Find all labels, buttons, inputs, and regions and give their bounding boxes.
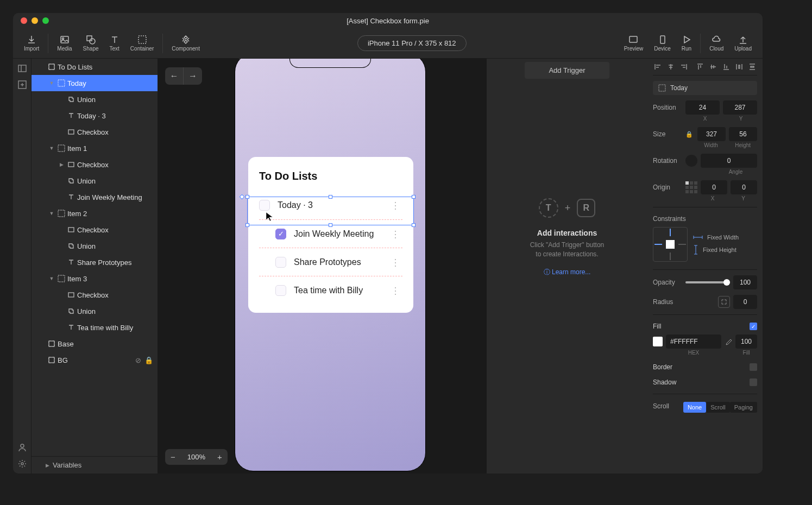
device-selector[interactable]: iPhone 11 Pro / X 375 x 812 — [357, 35, 467, 51]
import-button[interactable]: Import — [18, 33, 45, 54]
chevron-icon[interactable]: ▼ — [48, 211, 55, 216]
device-button[interactable]: Device — [649, 33, 676, 54]
shape-button[interactable]: Shape — [78, 33, 104, 54]
shadow-toggle[interactable] — [750, 378, 757, 386]
opacity-slider[interactable] — [685, 281, 730, 283]
rotation-dial[interactable] — [685, 155, 697, 167]
lock-icon[interactable]: 🔒 — [685, 131, 694, 138]
chevron-icon[interactable]: ▼ — [48, 80, 55, 86]
border-toggle[interactable] — [750, 363, 757, 371]
add-trigger-button[interactable]: Add Trigger — [525, 62, 609, 79]
align-left-icon[interactable] — [654, 63, 662, 71]
align-center-h-icon[interactable] — [667, 63, 675, 71]
upload-button[interactable]: Upload — [729, 33, 757, 54]
cloud-button[interactable]: Cloud — [704, 33, 729, 54]
component-button[interactable]: Component — [166, 33, 205, 54]
zoom-in[interactable]: + — [212, 449, 228, 465]
preview-button[interactable]: Preview — [619, 33, 649, 54]
window-minimize[interactable] — [32, 17, 38, 24]
align-top-icon[interactable] — [696, 63, 704, 71]
layer-row[interactable]: Today · 3 — [32, 108, 158, 124]
align-bottom-icon[interactable] — [722, 63, 730, 71]
scroll-paging[interactable]: Paging — [730, 402, 757, 413]
nav-forward[interactable]: → — [184, 67, 202, 85]
opacity-input[interactable] — [733, 275, 757, 289]
variables-section[interactable]: ▶ Variables — [32, 456, 158, 474]
distribute-v-icon[interactable] — [748, 63, 756, 71]
rotation-input[interactable] — [701, 154, 757, 168]
panels-icon[interactable] — [18, 64, 27, 73]
align-center-v-icon[interactable] — [709, 63, 717, 71]
scroll-none[interactable]: None — [683, 402, 706, 413]
fill-swatch[interactable] — [653, 337, 663, 346]
checkbox[interactable] — [275, 285, 286, 296]
chevron-icon[interactable]: ▶ — [58, 162, 65, 167]
layer-row[interactable]: ▶Checkbox — [32, 156, 158, 173]
layer-row[interactable]: ▼Today — [32, 75, 158, 91]
layer-row[interactable]: Share Prototypes — [32, 254, 158, 270]
more-icon[interactable]: ⋯ — [390, 230, 402, 238]
layer-row[interactable]: Tea time with Billy — [32, 319, 158, 336]
align-right-icon[interactable] — [680, 63, 688, 71]
radius-mode[interactable] — [718, 296, 730, 308]
container-button[interactable]: Container — [125, 33, 159, 54]
layer-row[interactable]: Checkbox — [32, 287, 158, 303]
learn-more-link[interactable]: Learn more... — [544, 268, 591, 277]
width-input[interactable] — [697, 127, 726, 141]
layer-row[interactable]: Union — [32, 238, 158, 254]
position-y-input[interactable] — [723, 100, 757, 115]
window-close[interactable] — [21, 17, 27, 24]
layer-row[interactable]: Checkbox — [32, 222, 158, 238]
origin-x-input[interactable] — [701, 180, 727, 194]
layer-row[interactable]: ▼Item 3 — [32, 270, 158, 287]
layer-label: Item 2 — [67, 210, 158, 218]
layer-row[interactable]: Union — [32, 173, 158, 189]
layer-row[interactable]: Join Weekly Meeting — [32, 189, 158, 205]
layer-row[interactable]: BG⊘🔒 — [32, 352, 158, 368]
selection-name[interactable]: Today — [653, 81, 757, 95]
distribute-h-icon[interactable] — [735, 63, 743, 71]
lock-icon[interactable]: 🔒 — [144, 356, 153, 364]
chevron-icon[interactable]: ▼ — [48, 276, 55, 281]
layer-label: Union — [77, 307, 158, 315]
window-maximize[interactable] — [42, 17, 49, 24]
add-icon[interactable] — [18, 80, 27, 89]
layer-row[interactable]: Checkbox — [32, 124, 158, 140]
checkbox[interactable]: ✓ — [275, 229, 286, 239]
more-icon[interactable]: ⋯ — [390, 258, 402, 267]
hidden-icon[interactable]: ⊘ — [135, 356, 141, 364]
fill-alpha-input[interactable] — [735, 334, 757, 349]
more-icon[interactable]: ⋯ — [390, 286, 402, 295]
chevron-icon[interactable]: ▼ — [48, 146, 55, 151]
fixed-height-toggle[interactable]: Fixed Height — [693, 245, 739, 255]
media-button[interactable]: Media — [52, 33, 77, 54]
fill-toggle[interactable]: ✓ — [750, 323, 757, 330]
eyedropper-icon[interactable] — [725, 338, 732, 345]
origin-picker[interactable] — [685, 181, 697, 193]
checkbox[interactable] — [275, 257, 286, 268]
origin-y-input[interactable] — [731, 180, 757, 194]
svg-rect-17 — [68, 228, 74, 232]
constraints-picker[interactable] — [653, 227, 688, 262]
layer-row[interactable]: ▼Item 1 — [32, 140, 158, 156]
svg-rect-7 — [18, 65, 26, 72]
radius-input[interactable] — [733, 295, 757, 309]
run-button[interactable]: Run — [676, 33, 697, 54]
scroll-scroll[interactable]: Scroll — [706, 402, 730, 413]
zoom-out[interactable]: − — [165, 449, 181, 465]
layer-row[interactable]: Union — [32, 91, 158, 108]
layer-row[interactable]: Union — [32, 303, 158, 319]
height-input[interactable] — [729, 127, 757, 141]
nav-back[interactable]: ← — [165, 67, 184, 85]
layer-type-icon — [65, 324, 77, 331]
layer-row[interactable]: To Do Lists — [32, 59, 158, 75]
layer-row[interactable]: Base — [32, 336, 158, 352]
settings-icon[interactable] — [18, 459, 27, 468]
text-button[interactable]: Text — [104, 33, 125, 54]
layer-row[interactable]: ▼Item 2 — [32, 205, 158, 222]
fill-hex-input[interactable] — [666, 334, 721, 349]
canvas[interactable]: ← → Checkbox form To Do Lists Today · 3⋯… — [158, 59, 487, 474]
fixed-width-toggle[interactable]: Fixed Width — [693, 234, 739, 241]
position-x-input[interactable] — [685, 100, 720, 115]
user-icon[interactable] — [18, 443, 27, 452]
